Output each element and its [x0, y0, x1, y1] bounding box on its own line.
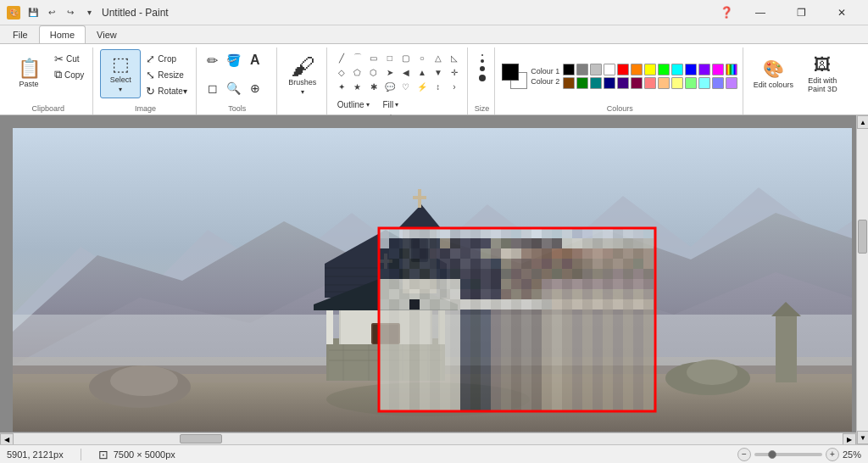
swatch-purple[interactable]	[698, 64, 710, 75]
shape-round-rect[interactable]: ▢	[398, 51, 414, 64]
picker-button[interactable]: 🔍	[225, 77, 243, 99]
quick-dropdown-btn[interactable]: ▾	[81, 5, 97, 20]
shape-star5[interactable]: ★	[350, 80, 365, 93]
pencil-button[interactable]: ✏	[203, 49, 222, 71]
scroll-track-h[interactable]	[14, 433, 843, 444]
shape-rect2[interactable]: □	[382, 51, 398, 64]
swatch-blue[interactable]	[685, 64, 697, 75]
scroll-track-v[interactable]	[857, 129, 868, 431]
swatch-lime[interactable]	[658, 64, 670, 75]
swatch-lt-green[interactable]	[685, 77, 697, 89]
shape-ellipse[interactable]: ○	[415, 51, 430, 64]
swatch-teal[interactable]	[590, 77, 602, 89]
resize-button[interactable]: ⤡ Resize	[142, 67, 190, 82]
canvas-area[interactable]: ▲ ▼ ◀ ▶	[0, 115, 868, 444]
brushes-button[interactable]: 🖌 Brushes ▾	[284, 49, 321, 98]
quick-save-btn[interactable]: 💾	[25, 5, 41, 20]
size-4[interactable]	[479, 75, 486, 81]
tab-file[interactable]: File	[2, 25, 39, 43]
cut-button[interactable]: ✂ Cut	[51, 51, 87, 66]
scroll-thumb-h[interactable]	[180, 434, 222, 443]
swatch-wine[interactable]	[631, 77, 643, 89]
swatch-peach[interactable]	[658, 77, 670, 89]
swatch-rainbow[interactable]	[726, 64, 737, 75]
colour1-box[interactable]	[502, 64, 519, 81]
swatch-red[interactable]	[617, 64, 629, 75]
magnify-button[interactable]: ⊕	[246, 77, 264, 99]
crop-button[interactable]: ⤢ Crop	[142, 51, 190, 66]
help-button[interactable]: ❓	[714, 0, 739, 25]
swatch-lt-blue[interactable]	[712, 77, 724, 89]
shape-star6[interactable]: ✱	[366, 80, 381, 93]
scroll-right-btn[interactable]: ▶	[843, 433, 856, 444]
size-2[interactable]	[481, 59, 484, 63]
swatch-dkgreen[interactable]	[576, 77, 588, 89]
shape-rect[interactable]: ▭	[366, 51, 381, 64]
swatch-gray2[interactable]	[590, 64, 602, 75]
swatch-orange[interactable]	[631, 64, 643, 75]
swatch-black[interactable]	[563, 64, 575, 75]
shape-heart[interactable]: ♡	[398, 80, 414, 93]
color-selector[interactable]	[502, 64, 527, 89]
edit-paint3d-button[interactable]: 🖼 Edit with Paint 3D	[799, 49, 845, 98]
scroll-thumb-v[interactable]	[858, 220, 867, 254]
shape-arrow-u[interactable]: ▲	[415, 65, 430, 79]
scroll-down-btn[interactable]: ▼	[857, 431, 868, 444]
horizontal-scrollbar[interactable]: ◀ ▶	[0, 432, 856, 444]
swatch-white[interactable]	[604, 64, 615, 75]
text-button[interactable]: A	[246, 49, 264, 71]
shape-triangle[interactable]: △	[431, 51, 446, 64]
zoom-slider-thumb[interactable]	[768, 450, 776, 459]
fill-tool-button[interactable]: 🪣	[225, 49, 243, 71]
shape-star4[interactable]: ✦	[334, 80, 349, 93]
swatch-cyan[interactable]	[671, 64, 683, 75]
size-3[interactable]	[480, 66, 485, 71]
swatch-gray1[interactable]	[576, 64, 588, 75]
swatch-salmon[interactable]	[644, 77, 656, 89]
shape-hexagon[interactable]: ⬡	[366, 65, 381, 79]
scroll-up-btn[interactable]: ▲	[857, 115, 868, 129]
size-1[interactable]	[481, 54, 483, 56]
outline-dropdown[interactable]: Outline ▾	[334, 97, 373, 112]
swatch-navy[interactable]	[604, 77, 615, 89]
shape-curve[interactable]: ⌒	[350, 51, 365, 64]
swatch-lt-purple[interactable]	[726, 77, 737, 89]
swatch-lt-cyan[interactable]	[698, 77, 710, 89]
maximize-button[interactable]: ❐	[782, 0, 821, 25]
size-selector[interactable]	[479, 49, 486, 86]
rotate-button[interactable]: ↻ Rotate▾	[142, 83, 190, 98]
edit-colours-button[interactable]: 🎨 Edit colours	[750, 49, 796, 98]
close-button[interactable]: ✕	[822, 0, 861, 25]
swatch-lt-yellow[interactable]	[671, 77, 683, 89]
select-button[interactable]: ⬚ Select ▾	[100, 49, 141, 98]
vertical-scrollbar[interactable]: ▲ ▼	[856, 115, 868, 444]
paste-button[interactable]: 📋 Paste	[8, 49, 49, 98]
minimize-button[interactable]: —	[741, 0, 780, 25]
tab-view[interactable]: View	[86, 25, 128, 43]
shape-pentagon[interactable]: ⬠	[350, 65, 365, 79]
fill-dropdown[interactable]: Fill ▾	[380, 97, 403, 112]
tab-home[interactable]: Home	[39, 25, 86, 43]
zoom-in-button[interactable]: +	[826, 448, 839, 461]
image-container[interactable]	[13, 128, 852, 432]
shape-lightning[interactable]: ⚡	[415, 80, 430, 93]
shape-4arrow[interactable]: ✛	[447, 65, 462, 79]
zoom-slider[interactable]	[754, 453, 822, 456]
swatch-brown[interactable]	[563, 77, 575, 89]
shape-arrow-d[interactable]: ▼	[431, 65, 446, 79]
copy-button[interactable]: ⧉ Copy	[51, 67, 87, 82]
quick-undo-btn[interactable]: ↩	[44, 5, 59, 20]
shape-chevron[interactable]: ›	[447, 80, 462, 93]
swatch-yellow[interactable]	[644, 64, 656, 75]
zoom-out-button[interactable]: −	[737, 448, 751, 461]
swatch-indigo[interactable]	[617, 77, 629, 89]
shape-scroll[interactable]: ↕	[431, 80, 446, 93]
shape-line[interactable]: ╱	[334, 51, 349, 64]
shape-arrow-r[interactable]: ➤	[382, 65, 398, 79]
shape-diamond[interactable]: ◇	[334, 65, 349, 79]
shape-arrow-l[interactable]: ◀	[398, 65, 414, 79]
shape-callout[interactable]: 💬	[382, 80, 398, 93]
scroll-left-btn[interactable]: ◀	[0, 433, 14, 444]
shape-rt-triangle[interactable]: ◺	[447, 51, 462, 64]
eraser-button[interactable]: ◻	[203, 77, 222, 99]
